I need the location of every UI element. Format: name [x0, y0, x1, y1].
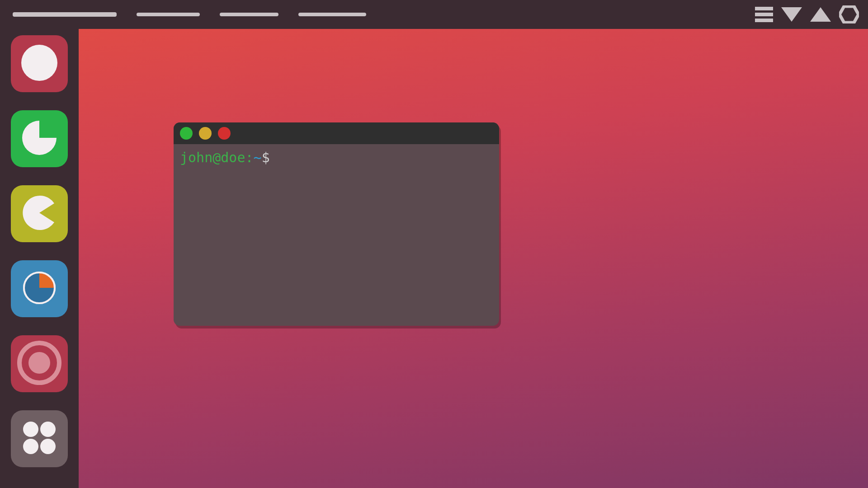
svg-rect-0 — [755, 7, 773, 10]
hexagon-icon[interactable] — [839, 5, 859, 23]
svg-point-13 — [40, 439, 56, 454]
svg-rect-2 — [755, 19, 773, 22]
status-area — [755, 5, 868, 23]
launcher-dock — [0, 29, 79, 488]
svg-point-12 — [23, 439, 38, 454]
app-pie-green[interactable] — [11, 110, 68, 167]
desktop[interactable]: john@doe:~$ — [79, 29, 868, 488]
window-maximize-button[interactable] — [218, 127, 231, 140]
svg-point-9 — [28, 352, 50, 374]
app-pie-blue[interactable] — [11, 260, 68, 317]
svg-marker-4 — [810, 7, 831, 22]
window-minimize-button[interactable] — [199, 127, 212, 140]
triangle-down-icon[interactable] — [781, 6, 802, 23]
triangle-up-icon[interactable] — [810, 6, 831, 23]
svg-point-6 — [21, 45, 57, 81]
window-close-button[interactable] — [180, 127, 193, 140]
menu-icon[interactable] — [755, 7, 773, 22]
menu-placeholder[interactable] — [220, 13, 278, 16]
menu-placeholder[interactable] — [298, 13, 366, 16]
pie-small-icon — [21, 269, 58, 308]
terminal-window[interactable]: john@doe:~$ — [174, 122, 499, 326]
svg-point-11 — [40, 422, 56, 437]
menu-placeholder[interactable] — [13, 12, 117, 17]
prompt-user-host: john@doe: — [180, 150, 254, 165]
top-bar — [0, 0, 868, 29]
app-dots[interactable] — [11, 410, 68, 467]
pie-quarter-icon — [21, 119, 58, 158]
prompt-path: ~ — [254, 150, 262, 165]
window-titlebar[interactable] — [174, 122, 499, 144]
svg-rect-1 — [755, 13, 773, 16]
svg-marker-5 — [840, 6, 859, 23]
ring-dot-icon — [17, 340, 62, 387]
app-ring[interactable] — [11, 335, 68, 392]
top-menu — [0, 12, 366, 17]
circle-icon — [21, 44, 58, 83]
menu-placeholder[interactable] — [137, 13, 200, 16]
app-pac-olive[interactable] — [11, 185, 68, 242]
terminal-body[interactable]: john@doe:~$ — [174, 144, 499, 326]
svg-point-10 — [23, 422, 38, 437]
pac-icon — [21, 194, 58, 233]
four-dots-icon — [20, 418, 59, 459]
svg-marker-3 — [781, 7, 802, 22]
app-circle[interactable] — [11, 35, 68, 92]
prompt-symbol: $ — [262, 150, 270, 165]
